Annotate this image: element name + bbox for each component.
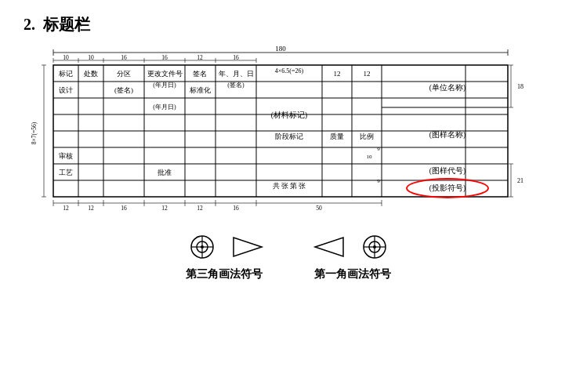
svg-text:16: 16 bbox=[161, 54, 168, 61]
svg-text:共 张  第 张: 共 张 第 张 bbox=[272, 182, 306, 190]
section-number: 2. bbox=[24, 16, 35, 34]
page: 2. 标题栏 180 bbox=[0, 0, 576, 392]
svg-text:更改文件号: 更改文件号 bbox=[147, 70, 182, 78]
first-angle-right-icon bbox=[356, 231, 393, 263]
third-angle-label: 第三角画法符号 bbox=[186, 267, 263, 281]
third-angle-group: 第三角画法符号 bbox=[183, 231, 265, 281]
svg-text:9: 9 bbox=[377, 146, 380, 152]
svg-text:21: 21 bbox=[517, 177, 523, 184]
first-angle-group: 第一角画法符号 bbox=[312, 231, 393, 281]
svg-text:8×7(=56): 8×7(=56) bbox=[31, 122, 38, 144]
section-label: 标题栏 bbox=[43, 14, 90, 35]
first-angle-icons bbox=[312, 231, 393, 263]
svg-text:12: 12 bbox=[197, 205, 203, 212]
svg-text:签名: 签名 bbox=[193, 70, 207, 78]
svg-text:批准: 批准 bbox=[158, 169, 172, 176]
svg-text:(图样代号): (图样代号) bbox=[429, 166, 465, 176]
svg-text:工艺: 工艺 bbox=[59, 169, 73, 176]
svg-text:4×6.5(=26): 4×6.5(=26) bbox=[274, 67, 303, 74]
svg-text:(图样名称): (图样名称) bbox=[429, 130, 465, 140]
svg-text:9: 9 bbox=[377, 178, 380, 184]
diagram-container: 180 10 10 16 bbox=[24, 43, 552, 281]
title-block-svg: 180 10 10 16 bbox=[22, 43, 555, 223]
first-angle-label: 第一角画法符号 bbox=[314, 267, 391, 281]
svg-text:12: 12 bbox=[63, 205, 69, 212]
third-angle-icons bbox=[183, 231, 265, 263]
svg-text:12: 12 bbox=[161, 205, 168, 212]
svg-text:(年月日): (年月日) bbox=[153, 82, 176, 89]
svg-text:(签名): (签名) bbox=[227, 82, 245, 89]
svg-text:(材料标记): (材料标记) bbox=[270, 111, 306, 120]
svg-text:16: 16 bbox=[121, 205, 127, 212]
third-angle-left-icon bbox=[183, 231, 221, 263]
svg-text:审核: 审核 bbox=[59, 152, 73, 160]
svg-text:阶段标记: 阶段标记 bbox=[275, 132, 303, 140]
svg-text:12: 12 bbox=[333, 70, 340, 78]
svg-text:(单位名称): (单位名称) bbox=[429, 83, 465, 93]
symbols-row: 第三角画法符号 bbox=[24, 231, 552, 281]
svg-text:质量: 质量 bbox=[330, 132, 344, 140]
svg-text:18: 18 bbox=[517, 83, 523, 90]
svg-text:16: 16 bbox=[121, 54, 127, 61]
svg-text:(投影符号): (投影符号) bbox=[429, 183, 465, 193]
svg-text:年、月、日: 年、月、日 bbox=[218, 70, 253, 78]
first-angle-left-icon bbox=[312, 231, 350, 263]
svg-text:10: 10 bbox=[366, 154, 372, 160]
svg-text:标记: 标记 bbox=[58, 70, 73, 78]
third-angle-right-icon bbox=[227, 231, 265, 263]
svg-text:10: 10 bbox=[88, 54, 94, 61]
svg-text:180: 180 bbox=[275, 45, 286, 53]
svg-text:12: 12 bbox=[363, 70, 370, 78]
svg-marker-108 bbox=[315, 238, 343, 256]
section-title: 2. 标题栏 bbox=[24, 14, 90, 35]
svg-marker-107 bbox=[234, 238, 262, 256]
svg-text:处数: 处数 bbox=[84, 70, 98, 78]
svg-text:分区: 分区 bbox=[117, 70, 131, 78]
svg-text:50: 50 bbox=[316, 205, 322, 212]
svg-text:比例: 比例 bbox=[360, 132, 374, 140]
svg-text:(签名): (签名) bbox=[114, 86, 133, 94]
svg-text:标准化: 标准化 bbox=[188, 86, 210, 94]
svg-text:12: 12 bbox=[88, 205, 94, 212]
svg-text:10: 10 bbox=[63, 54, 69, 61]
svg-text:12: 12 bbox=[197, 54, 203, 61]
svg-text:16: 16 bbox=[233, 54, 239, 61]
svg-text:(年月日): (年月日) bbox=[153, 103, 176, 111]
svg-text:设计: 设计 bbox=[59, 86, 73, 94]
svg-text:16: 16 bbox=[233, 205, 239, 212]
